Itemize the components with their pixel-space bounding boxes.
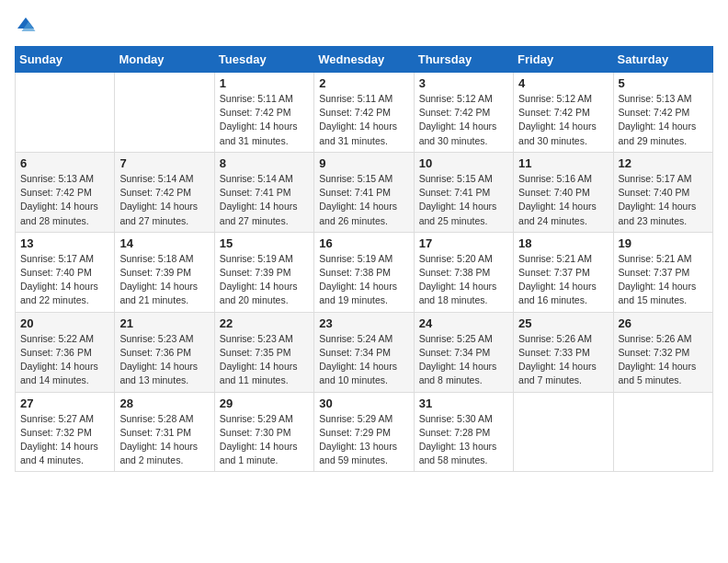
day-info: Sunrise: 5:16 AMSunset: 7:40 PMDaylight:… xyxy=(518,172,608,228)
day-number: 17 xyxy=(419,236,508,250)
day-number: 1 xyxy=(220,76,309,90)
calendar-cell: 6Sunrise: 5:13 AMSunset: 7:42 PMDaylight… xyxy=(16,152,115,232)
day-number: 5 xyxy=(619,76,708,90)
calendar-week-row: 20Sunrise: 5:22 AMSunset: 7:36 PMDayligh… xyxy=(16,312,713,392)
day-number: 24 xyxy=(419,316,508,330)
calendar-cell: 18Sunrise: 5:21 AMSunset: 7:37 PMDayligh… xyxy=(514,232,613,312)
day-info: Sunrise: 5:29 AMSunset: 7:30 PMDaylight:… xyxy=(220,412,309,468)
day-info: Sunrise: 5:25 AMSunset: 7:34 PMDaylight:… xyxy=(419,332,508,388)
day-number: 3 xyxy=(419,76,508,90)
calendar-cell: 8Sunrise: 5:14 AMSunset: 7:41 PMDaylight… xyxy=(214,152,313,232)
calendar-cell: 22Sunrise: 5:23 AMSunset: 7:35 PMDayligh… xyxy=(214,312,313,392)
calendar-cell xyxy=(514,392,613,472)
day-info: Sunrise: 5:15 AMSunset: 7:41 PMDaylight:… xyxy=(319,172,408,228)
calendar-cell: 28Sunrise: 5:28 AMSunset: 7:31 PMDayligh… xyxy=(115,392,214,472)
day-number: 25 xyxy=(518,316,608,330)
day-number: 14 xyxy=(119,236,209,250)
calendar-cell: 20Sunrise: 5:22 AMSunset: 7:36 PMDayligh… xyxy=(16,312,115,392)
day-info: Sunrise: 5:14 AMSunset: 7:42 PMDaylight:… xyxy=(119,172,209,228)
day-number: 6 xyxy=(20,156,109,170)
weekday-header: Tuesday xyxy=(214,47,313,73)
calendar-cell: 26Sunrise: 5:26 AMSunset: 7:32 PMDayligh… xyxy=(613,312,712,392)
day-number: 9 xyxy=(319,156,408,170)
calendar-cell: 15Sunrise: 5:19 AMSunset: 7:39 PMDayligh… xyxy=(214,232,313,312)
weekday-header: Wednesday xyxy=(314,47,414,73)
calendar-cell xyxy=(16,73,115,153)
day-info: Sunrise: 5:17 AMSunset: 7:40 PMDaylight:… xyxy=(20,252,109,308)
day-info: Sunrise: 5:20 AMSunset: 7:38 PMDaylight:… xyxy=(419,252,508,308)
day-info: Sunrise: 5:13 AMSunset: 7:42 PMDaylight:… xyxy=(20,172,109,228)
day-number: 13 xyxy=(20,236,109,250)
day-info: Sunrise: 5:18 AMSunset: 7:39 PMDaylight:… xyxy=(119,252,209,308)
weekday-header: Friday xyxy=(514,47,613,73)
calendar-cell: 31Sunrise: 5:30 AMSunset: 7:28 PMDayligh… xyxy=(414,392,513,472)
calendar-cell: 27Sunrise: 5:27 AMSunset: 7:32 PMDayligh… xyxy=(16,392,115,472)
day-info: Sunrise: 5:28 AMSunset: 7:31 PMDaylight:… xyxy=(119,412,209,468)
day-number: 2 xyxy=(319,76,408,90)
day-info: Sunrise: 5:24 AMSunset: 7:34 PMDaylight:… xyxy=(319,332,408,388)
calendar-cell: 10Sunrise: 5:15 AMSunset: 7:41 PMDayligh… xyxy=(414,152,513,232)
day-info: Sunrise: 5:13 AMSunset: 7:42 PMDaylight:… xyxy=(619,92,708,148)
calendar-cell: 14Sunrise: 5:18 AMSunset: 7:39 PMDayligh… xyxy=(115,232,214,312)
calendar-cell: 29Sunrise: 5:29 AMSunset: 7:30 PMDayligh… xyxy=(214,392,313,472)
calendar-cell: 30Sunrise: 5:29 AMSunset: 7:29 PMDayligh… xyxy=(314,392,414,472)
calendar-week-row: 1Sunrise: 5:11 AMSunset: 7:42 PMDaylight… xyxy=(16,73,713,153)
day-info: Sunrise: 5:26 AMSunset: 7:33 PMDaylight:… xyxy=(518,332,608,388)
day-number: 15 xyxy=(220,236,309,250)
day-number: 4 xyxy=(518,76,608,90)
day-info: Sunrise: 5:27 AMSunset: 7:32 PMDaylight:… xyxy=(20,412,109,468)
day-info: Sunrise: 5:22 AMSunset: 7:36 PMDaylight:… xyxy=(20,332,109,388)
calendar-header-row: SundayMondayTuesdayWednesdayThursdayFrid… xyxy=(16,47,713,73)
day-info: Sunrise: 5:21 AMSunset: 7:37 PMDaylight:… xyxy=(518,252,608,308)
weekday-header: Monday xyxy=(115,47,214,73)
calendar-cell: 17Sunrise: 5:20 AMSunset: 7:38 PMDayligh… xyxy=(414,232,513,312)
calendar-cell: 13Sunrise: 5:17 AMSunset: 7:40 PMDayligh… xyxy=(16,232,115,312)
weekday-header: Saturday xyxy=(613,47,712,73)
calendar-week-row: 6Sunrise: 5:13 AMSunset: 7:42 PMDaylight… xyxy=(16,152,713,232)
day-info: Sunrise: 5:12 AMSunset: 7:42 PMDaylight:… xyxy=(518,92,608,148)
day-number: 19 xyxy=(619,236,708,250)
day-info: Sunrise: 5:17 AMSunset: 7:40 PMDaylight:… xyxy=(619,172,708,228)
calendar-cell xyxy=(115,73,214,153)
day-number: 11 xyxy=(518,156,608,170)
page-header xyxy=(15,15,713,37)
calendar-cell: 21Sunrise: 5:23 AMSunset: 7:36 PMDayligh… xyxy=(115,312,214,392)
day-number: 30 xyxy=(319,396,408,410)
logo-icon xyxy=(15,15,37,37)
calendar-cell: 23Sunrise: 5:24 AMSunset: 7:34 PMDayligh… xyxy=(314,312,414,392)
calendar-cell: 5Sunrise: 5:13 AMSunset: 7:42 PMDaylight… xyxy=(613,73,712,153)
day-number: 10 xyxy=(419,156,508,170)
calendar-cell: 4Sunrise: 5:12 AMSunset: 7:42 PMDaylight… xyxy=(514,73,613,153)
calendar-cell: 3Sunrise: 5:12 AMSunset: 7:42 PMDaylight… xyxy=(414,73,513,153)
day-info: Sunrise: 5:26 AMSunset: 7:32 PMDaylight:… xyxy=(619,332,708,388)
calendar-week-row: 27Sunrise: 5:27 AMSunset: 7:32 PMDayligh… xyxy=(16,392,713,472)
calendar-table: SundayMondayTuesdayWednesdayThursdayFrid… xyxy=(15,46,713,472)
calendar-cell: 24Sunrise: 5:25 AMSunset: 7:34 PMDayligh… xyxy=(414,312,513,392)
day-info: Sunrise: 5:23 AMSunset: 7:35 PMDaylight:… xyxy=(220,332,309,388)
calendar-cell xyxy=(613,392,712,472)
day-info: Sunrise: 5:12 AMSunset: 7:42 PMDaylight:… xyxy=(419,92,508,148)
weekday-header: Thursday xyxy=(414,47,513,73)
calendar-week-row: 13Sunrise: 5:17 AMSunset: 7:40 PMDayligh… xyxy=(16,232,713,312)
day-number: 27 xyxy=(20,396,109,410)
calendar-cell: 7Sunrise: 5:14 AMSunset: 7:42 PMDaylight… xyxy=(115,152,214,232)
calendar-cell: 25Sunrise: 5:26 AMSunset: 7:33 PMDayligh… xyxy=(514,312,613,392)
day-number: 22 xyxy=(220,316,309,330)
calendar-cell: 12Sunrise: 5:17 AMSunset: 7:40 PMDayligh… xyxy=(613,152,712,232)
day-info: Sunrise: 5:23 AMSunset: 7:36 PMDaylight:… xyxy=(119,332,209,388)
day-number: 29 xyxy=(220,396,309,410)
day-number: 28 xyxy=(119,396,209,410)
calendar-cell: 11Sunrise: 5:16 AMSunset: 7:40 PMDayligh… xyxy=(514,152,613,232)
day-number: 21 xyxy=(119,316,209,330)
calendar-cell: 9Sunrise: 5:15 AMSunset: 7:41 PMDaylight… xyxy=(314,152,414,232)
weekday-header: Sunday xyxy=(16,47,115,73)
day-number: 31 xyxy=(419,396,508,410)
day-number: 12 xyxy=(619,156,708,170)
day-number: 16 xyxy=(319,236,408,250)
calendar-cell: 1Sunrise: 5:11 AMSunset: 7:42 PMDaylight… xyxy=(214,73,313,153)
day-number: 23 xyxy=(319,316,408,330)
day-info: Sunrise: 5:21 AMSunset: 7:37 PMDaylight:… xyxy=(619,252,708,308)
day-info: Sunrise: 5:19 AMSunset: 7:38 PMDaylight:… xyxy=(319,252,408,308)
day-info: Sunrise: 5:19 AMSunset: 7:39 PMDaylight:… xyxy=(220,252,309,308)
calendar-cell: 16Sunrise: 5:19 AMSunset: 7:38 PMDayligh… xyxy=(314,232,414,312)
